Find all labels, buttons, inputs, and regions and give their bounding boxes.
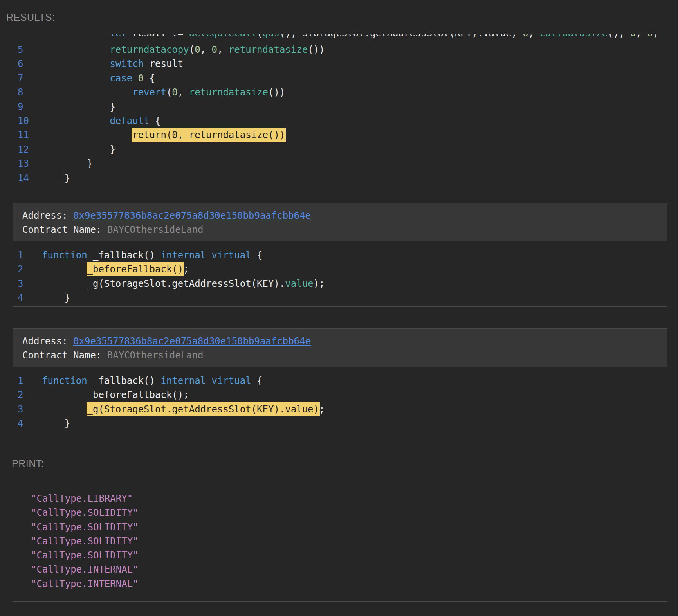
print-line: "CallType.SOLIDITY" bbox=[31, 506, 667, 520]
code-line: 9 } bbox=[13, 100, 667, 114]
code-token: _fallback() bbox=[87, 250, 161, 261]
contract-name-value: BAYCOthersideLand bbox=[107, 350, 204, 361]
code-token: } bbox=[42, 144, 115, 155]
line-number: 5 bbox=[13, 43, 42, 57]
code-token: ( bbox=[257, 34, 262, 39]
code-token: _g(StorageSlot.getAddressSlot(KEY). bbox=[42, 278, 285, 289]
line-number: 3 bbox=[13, 402, 42, 416]
print-line: "CallType.SOLIDITY" bbox=[31, 520, 667, 534]
code-text: _beforeFallback(); bbox=[42, 388, 189, 402]
code-token: internal bbox=[160, 250, 206, 261]
code-line: 2 _beforeFallback(); bbox=[13, 388, 667, 402]
code-token: { bbox=[251, 250, 263, 261]
code-text: _beforeFallback(); bbox=[42, 262, 189, 276]
code-token: } bbox=[42, 158, 93, 169]
line-number: 3 bbox=[13, 277, 42, 291]
code-token: gas bbox=[263, 34, 279, 39]
address-label: Address: bbox=[22, 336, 68, 347]
line-number: 9 bbox=[13, 100, 42, 114]
code-text: default { bbox=[42, 114, 160, 128]
code-token: case bbox=[110, 73, 132, 84]
code-text: } bbox=[42, 100, 115, 114]
code-token: { bbox=[150, 115, 161, 126]
code-token: 0 bbox=[647, 34, 653, 39]
line-number: 11 bbox=[13, 128, 42, 142]
code-line: let result := delegatecall(gas(), Storag… bbox=[13, 34, 667, 40]
code-token bbox=[42, 44, 110, 55]
code-line: 11 return(0, returndatasize()) bbox=[13, 128, 667, 142]
code-line: 4 } bbox=[13, 416, 667, 430]
code-line: 8 revert(0, returndatasize()) bbox=[13, 85, 667, 99]
address-label: Address: bbox=[22, 210, 68, 221]
contract-header: Address:0x9e35577836b8ac2e075a8d30e150bb… bbox=[13, 203, 667, 241]
code-token bbox=[132, 73, 138, 84]
address-link[interactable]: 0x9e35577836b8ac2e075a8d30e150bb9aafcbb6… bbox=[73, 336, 311, 347]
code-token: , bbox=[528, 34, 540, 39]
print-output-box: "CallType.LIBRARY""CallType.SOLIDITY""Ca… bbox=[13, 481, 667, 602]
print-line: "CallType.SOLIDITY" bbox=[31, 548, 667, 562]
contract-block-2: Address:0x9e35577836b8ac2e075a8d30e150bb… bbox=[13, 328, 667, 432]
code-token bbox=[206, 250, 211, 261]
code-token bbox=[42, 87, 132, 98]
code-text: function _fallback() internal virtual { bbox=[42, 248, 263, 262]
code-token: result := bbox=[127, 34, 189, 39]
code-line: 4 } bbox=[13, 291, 667, 305]
code-line: 10 default { bbox=[13, 114, 667, 128]
contract-name-row: Contract Name:BAYCOthersideLand bbox=[22, 223, 658, 237]
address-link[interactable]: 0x9e35577836b8ac2e075a8d30e150bb9aafcbb6… bbox=[73, 210, 311, 221]
contract-name-row: Contract Name:BAYCOthersideLand bbox=[22, 348, 658, 362]
code-token: } bbox=[42, 101, 115, 112]
contract-header: Address:0x9e35577836b8ac2e075a8d30e150bb… bbox=[13, 329, 667, 367]
code-line: 2 _beforeFallback(); bbox=[13, 262, 667, 276]
code-token: 0 bbox=[172, 87, 177, 98]
contract-name-label: Contract Name: bbox=[22, 224, 101, 235]
print-line: "CallType.LIBRARY" bbox=[31, 492, 667, 506]
code-token: , bbox=[178, 87, 189, 98]
code-token: , bbox=[636, 34, 647, 39]
code-line: 12 } bbox=[13, 142, 667, 157]
code-line: 3 _g(StorageSlot.getAddressSlot(KEY).val… bbox=[13, 402, 667, 416]
line-number: 4 bbox=[13, 291, 42, 305]
fallback-code-lines-1: 1function _fallback() internal virtual {… bbox=[13, 241, 667, 307]
code-token: 0 bbox=[523, 34, 528, 39]
code-token: } bbox=[42, 173, 70, 183]
code-token: 0 bbox=[138, 73, 144, 84]
code-line: 1function _fallback() internal virtual { bbox=[13, 374, 667, 388]
code-token: ; bbox=[183, 264, 189, 275]
code-text: let result := delegatecall(gas(), Storag… bbox=[42, 34, 658, 40]
assembly-code-block: let result := delegatecall(gas(), Storag… bbox=[13, 34, 667, 183]
code-text: revert(0, returndatasize()) bbox=[42, 85, 285, 99]
code-token: let bbox=[110, 34, 126, 39]
code-token: virtual bbox=[211, 250, 251, 261]
line-number: 14 bbox=[13, 171, 42, 183]
code-token: ; bbox=[319, 404, 325, 415]
code-token bbox=[42, 130, 132, 140]
code-text: } bbox=[42, 157, 93, 171]
code-token: } bbox=[42, 292, 70, 303]
code-token: returndatasize bbox=[229, 44, 308, 55]
code-token: function bbox=[42, 375, 87, 386]
line-number: 2 bbox=[13, 388, 42, 402]
code-token: function bbox=[42, 250, 87, 261]
code-token: delegatecall bbox=[189, 34, 257, 39]
code-text: _g(StorageSlot.getAddressSlot(KEY).value… bbox=[42, 402, 325, 416]
address-row: Address:0x9e35577836b8ac2e075a8d30e150bb… bbox=[22, 209, 658, 223]
fallback-code-lines-2: 1function _fallback() internal virtual {… bbox=[13, 367, 667, 432]
line-number: 10 bbox=[13, 114, 42, 128]
code-token bbox=[42, 58, 110, 69]
code-token: returndatasize bbox=[189, 87, 268, 98]
code-token bbox=[206, 375, 211, 386]
code-text: return(0, returndatasize()) bbox=[42, 128, 285, 142]
code-token: _fallback() bbox=[87, 375, 161, 386]
code-text: } bbox=[42, 171, 70, 183]
code-token: ()) bbox=[308, 44, 325, 55]
code-line: 14 } bbox=[13, 171, 667, 183]
line-number bbox=[13, 34, 42, 40]
address-row: Address:0x9e35577836b8ac2e075a8d30e150bb… bbox=[22, 334, 658, 348]
code-text: returndatacopy(0, 0, returndatasize()) bbox=[42, 43, 325, 57]
print-output-lines: "CallType.LIBRARY""CallType.SOLIDITY""Ca… bbox=[13, 481, 667, 591]
code-line: 3 _g(StorageSlot.getAddressSlot(KEY).val… bbox=[13, 277, 667, 291]
code-token: 0 bbox=[195, 44, 200, 55]
line-number: 1 bbox=[13, 248, 42, 262]
code-token bbox=[42, 404, 87, 415]
